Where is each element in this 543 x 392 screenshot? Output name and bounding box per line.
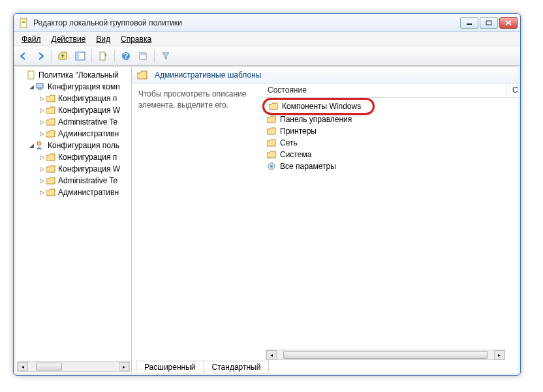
tree-item[interactable]: ▷Administrative Te — [16, 175, 131, 187]
refresh-button[interactable] — [96, 49, 110, 63]
tree-computer-config[interactable]: ◢ Конфигурация комп — [16, 81, 131, 93]
tree-label: Конфигурация п — [58, 94, 117, 103]
tree-root[interactable]: Политика "Локальный — [16, 69, 131, 81]
list-item-label: Система — [280, 150, 311, 159]
list-item-windows-components[interactable]: Компоненты Windows — [262, 98, 375, 115]
user-icon — [35, 140, 46, 151]
toolbar-separator — [114, 50, 115, 63]
content-heading: Административные шаблоны — [155, 70, 261, 80]
twister-expand-icon[interactable]: ▷ — [38, 130, 46, 137]
close-button[interactable] — [499, 17, 518, 29]
twister-collapse-icon[interactable]: ◢ — [27, 142, 35, 149]
folder-icon — [266, 126, 277, 136]
toolbar-separator — [91, 50, 92, 63]
folder-icon — [46, 164, 56, 174]
twister-expand-icon[interactable]: ▷ — [38, 189, 46, 196]
folder-icon — [46, 175, 56, 186]
filter-button[interactable] — [159, 49, 173, 63]
svg-text:?: ? — [123, 52, 128, 61]
twister-expand-icon[interactable]: ▷ — [38, 119, 46, 125]
content-body: Чтобы просмотреть описание элемента, выд… — [132, 83, 518, 373]
tree-item[interactable]: ▷Административн — [16, 128, 131, 140]
description-text: Чтобы просмотреть описание элемента, выд… — [132, 83, 262, 373]
scroll-left-icon[interactable]: ◂ — [18, 362, 28, 371]
scroll-right-icon[interactable]: ▸ — [119, 362, 129, 371]
list-area: Состояние С Компоненты Windows Панель уп… — [262, 83, 518, 373]
computer-icon — [35, 82, 46, 92]
tree-label: Конфигурация поль — [48, 141, 119, 150]
back-button[interactable] — [16, 49, 31, 63]
scroll-track[interactable] — [28, 362, 119, 371]
twister-collapse-icon[interactable]: ◢ — [27, 83, 35, 90]
properties-button[interactable] — [136, 49, 150, 63]
tree-item[interactable]: ▷Конфигурация п — [16, 151, 131, 163]
menu-bar: Файл Действие Вид Справка — [14, 32, 520, 46]
tree-item[interactable]: ▷Administrative Te — [16, 116, 131, 128]
twister-expand-icon[interactable]: ▷ — [38, 107, 46, 113]
title-bar[interactable]: Редактор локальной групповой политики — [14, 14, 520, 32]
forward-button[interactable] — [33, 49, 48, 63]
tree-label: Administrative Te — [58, 176, 117, 185]
scroll-thumb[interactable] — [36, 363, 62, 370]
scroll-thumb[interactable] — [283, 351, 488, 359]
twister-expand-icon[interactable]: ▷ — [38, 95, 46, 102]
up-button[interactable] — [56, 49, 70, 63]
scroll-right-icon[interactable]: ▸ — [494, 350, 504, 359]
tree-item[interactable]: ▷Конфигурация W — [16, 104, 131, 116]
window-controls — [459, 17, 518, 29]
toolbar-separator — [52, 50, 52, 63]
menu-action[interactable]: Действие — [46, 33, 91, 45]
svg-rect-17 — [38, 89, 42, 90]
menu-view[interactable]: Вид — [91, 33, 116, 45]
list-item-label: Сеть — [280, 138, 298, 147]
show-hide-tree-button[interactable] — [73, 49, 87, 63]
maximize-button[interactable] — [480, 17, 498, 29]
tree-item[interactable]: ▷Административн — [16, 187, 131, 198]
list-item[interactable]: Система — [264, 149, 518, 160]
folder-icon — [266, 114, 277, 125]
details-panel: Административные шаблоны Чтобы просмотре… — [132, 67, 518, 373]
column-extra[interactable]: С — [507, 83, 518, 97]
tree-item[interactable]: ▷Конфигурация п — [16, 93, 131, 104]
list-item-label: Все параметры — [280, 162, 336, 171]
twister-expand-icon[interactable]: ▷ — [38, 166, 46, 172]
svg-rect-15 — [28, 71, 34, 79]
twister-expand-icon[interactable]: ▷ — [38, 154, 46, 160]
tree-label: Конфигурация W — [58, 106, 120, 115]
svg-rect-3 — [22, 22, 25, 23]
tree-label: Administrative Te — [58, 117, 117, 127]
tab-standard[interactable]: Стандартный — [204, 361, 270, 373]
folder-icon — [268, 101, 279, 112]
toolbar: ? — [14, 46, 520, 66]
svg-point-18 — [37, 142, 41, 145]
menu-help[interactable]: Справка — [116, 33, 157, 45]
item-list: Компоненты Windows Панель управления При… — [262, 98, 518, 373]
tree-item[interactable]: ▷Конфигурация W — [16, 163, 131, 175]
minimize-button[interactable] — [460, 17, 478, 29]
window-frame: Редактор локальной групповой политики Фа… — [13, 13, 521, 376]
column-state[interactable]: Состояние — [262, 83, 507, 97]
list-item[interactable]: Сеть — [264, 137, 518, 149]
tree-user-config[interactable]: ◢ Конфигурация поль — [16, 140, 131, 151]
help-button[interactable]: ? — [119, 49, 133, 63]
scroll-left-icon[interactable]: ◂ — [266, 350, 277, 359]
list-item[interactable]: Принтеры — [264, 125, 518, 137]
folder-icon — [266, 138, 277, 148]
window-title: Редактор локальной групповой политики — [33, 18, 459, 27]
menu-file[interactable]: Файл — [16, 33, 46, 45]
list-horizontal-scrollbar[interactable]: ◂ ▸ — [266, 350, 505, 360]
folder-icon — [46, 105, 56, 115]
twister-expand-icon[interactable]: ▷ — [38, 177, 46, 184]
list-item[interactable]: Панель управления — [264, 113, 518, 125]
svg-rect-4 — [467, 23, 472, 25]
toolbar-separator — [154, 50, 155, 63]
scroll-track[interactable] — [277, 350, 494, 359]
policy-icon — [26, 70, 37, 80]
list-item-label: Принтеры — [280, 127, 317, 136]
tab-extended[interactable]: Расширенный — [136, 361, 204, 373]
list-item-all-settings[interactable]: Все параметры — [264, 160, 518, 172]
tree-horizontal-scrollbar[interactable]: ◂ ▸ — [17, 361, 130, 372]
svg-rect-9 — [76, 52, 79, 60]
description-line: Чтобы просмотреть описание — [138, 89, 256, 100]
tree-label: Административн — [58, 129, 119, 138]
